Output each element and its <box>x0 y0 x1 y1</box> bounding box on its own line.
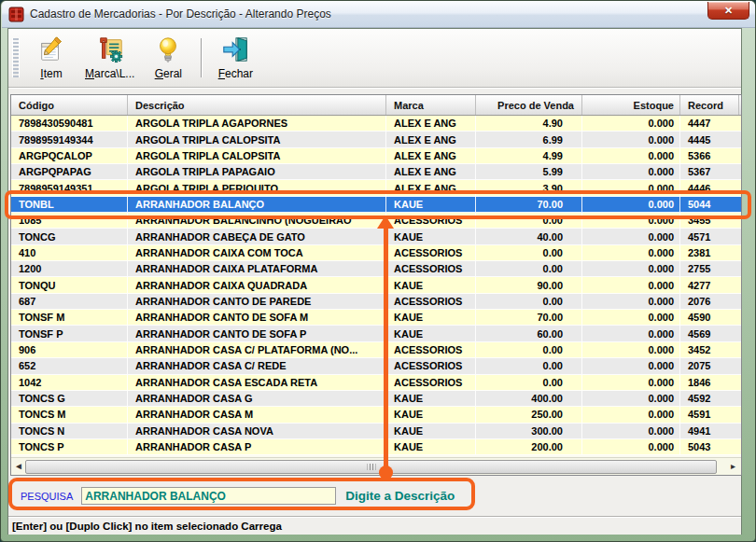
table-row[interactable]: 7898430590481 ARGOLA TRIPLA AGAPORNES AL… <box>11 116 741 132</box>
cell-estoque: 0.000 <box>582 180 680 195</box>
window-title: Cadastro de Mercadorias - Por Descrição … <box>30 7 331 21</box>
search-hint: Digite a Descrição <box>345 489 455 503</box>
cell-preco: 400.00 <box>476 391 582 406</box>
products-grid: Código Descrição Marca Preco de Venda Es… <box>10 94 742 476</box>
table-row[interactable]: 1042 ARRANHADOR CASA ESCADA RETA ACESSOR… <box>11 375 741 391</box>
cell-codigo: TONSF P <box>11 326 128 340</box>
cell-descricao: ARRANHADOR CASA NOVA <box>128 424 386 438</box>
cell-descricao: ARRANHADOR BALANÇO <box>128 197 386 212</box>
cell-record: 2076 <box>680 294 739 309</box>
cell-estoque: 0.000 <box>582 229 680 243</box>
cell-codigo: TONBL <box>11 197 128 212</box>
column-header-marca[interactable]: Marca <box>386 95 476 115</box>
cell-codigo: TONQU <box>11 277 128 292</box>
exit-door-icon <box>221 35 249 66</box>
table-row[interactable]: 7898959149344 ARGOLA TRIPLA CALOPSITA AL… <box>11 132 741 147</box>
cell-record: 4571 <box>680 229 739 243</box>
table-row[interactable]: 1200 ARRANHADOR CAIXA PLATAFORMA ACESSOR… <box>11 261 741 277</box>
toolbar-button-marca[interactable]: Marca\L... <box>79 34 140 82</box>
cell-preco: 200.00 <box>476 439 582 454</box>
column-header-record[interactable]: Record <box>680 95 739 115</box>
table-row[interactable]: TONCS P ARRANHADOR CASA P KAUE 200.00 0.… <box>11 439 741 455</box>
cell-descricao: ARRANHADOR CAIXA COM TOCA <box>128 245 386 260</box>
toolbar-gripper[interactable] <box>12 38 20 77</box>
table-row[interactable]: ARGPQPAPAG ARGOLA TRIPLA PAPAGAIO ALEX E… <box>11 164 741 180</box>
horizontal-scrollbar[interactable]: ◄ ▸ <box>11 457 741 475</box>
cell-record: 4569 <box>680 326 739 340</box>
table-row[interactable]: TONSF P ARRANHADOR CANTO DE SOFA P KAUE … <box>11 326 741 341</box>
column-header-estoque[interactable]: Estoque <box>582 95 680 115</box>
cell-preco: 300.00 <box>476 424 582 438</box>
scrollbar-thumb[interactable] <box>25 460 717 474</box>
table-row[interactable]: TONCS G ARRANHADOR CASA G KAUE 400.00 0.… <box>11 391 741 407</box>
cell-descricao: ARRANHADOR CASA P <box>128 439 386 454</box>
table-row[interactable]: 1085 ARRANHADOR BALANCINHO (NOGUEIRAO AC… <box>11 213 741 229</box>
cell-codigo: 7898959149351 <box>11 180 128 195</box>
titlebar[interactable]: Cadastro de Mercadorias - Por Descrição … <box>2 1 755 28</box>
table-row[interactable]: TONBL ARRANHADOR BALANÇO KAUE 70.00 0.00… <box>11 197 741 213</box>
cell-preco: 0.00 <box>476 375 582 390</box>
toolbar-button-label: Geral <box>155 67 182 80</box>
table-row[interactable]: TONQU ARRANHADOR CAIXA QUADRADA KAUE 90.… <box>11 277 741 293</box>
tools-document-icon <box>96 35 124 66</box>
grid-header: Código Descrição Marca Preco de Venda Es… <box>11 95 741 116</box>
cell-codigo: 906 <box>11 342 128 357</box>
toolbar-button-label: Item <box>40 67 62 80</box>
cell-codigo: TONSF M <box>11 310 128 325</box>
table-row[interactable]: 652 ARRANHADOR CASA C/ REDE ACESSORIOS 0… <box>11 358 741 374</box>
cell-preco: 0.00 <box>476 261 582 276</box>
table-row[interactable]: 7898959149351 ARGOLA TRIPLA PERIQUITO AL… <box>11 180 741 196</box>
cell-descricao: ARGOLA TRIPLA PAPAGAIO <box>128 164 386 179</box>
toolbar-button-label: Marca\L... <box>85 67 134 80</box>
cell-preco: 0.00 <box>476 213 582 228</box>
cell-descricao: ARGOLA TRIPLA AGAPORNES <box>128 116 386 131</box>
cell-estoque: 0.000 <box>582 375 680 390</box>
cell-descricao: ARRANHADOR CANTO DE SOFA M <box>128 310 386 325</box>
cell-estoque: 0.000 <box>582 197 680 212</box>
cell-preco: 4.99 <box>476 148 582 163</box>
cell-marca: ACESSORIOS <box>386 294 476 309</box>
close-button[interactable]: ✕ <box>707 2 749 20</box>
scroll-left-arrow-icon[interactable]: ◄ <box>14 459 23 474</box>
cell-descricao: ARRANHADOR BALANCINHO (NOGUEIRAO <box>128 213 386 228</box>
cell-marca: ACESSORIOS <box>386 245 476 260</box>
cell-record: 4592 <box>680 391 739 406</box>
table-row[interactable]: TONSF M ARRANHADOR CANTO DE SOFA M KAUE … <box>11 310 741 326</box>
toolbar-button-item[interactable]: Item <box>27 34 76 82</box>
cell-estoque: 0.000 <box>582 358 680 373</box>
cell-descricao: ARGOLA TRIPLA PERIQUITO <box>128 180 386 195</box>
column-header-descricao[interactable]: Descrição <box>128 95 386 115</box>
status-text: [Enter] ou [Duplo Click] no item selecio… <box>12 521 282 532</box>
table-row[interactable]: 687 ARRANHADOR CANTO DE PAREDE ACESSORIO… <box>11 294 741 310</box>
search-input[interactable] <box>81 487 336 505</box>
column-header-codigo[interactable]: Código <box>11 95 128 115</box>
table-row[interactable]: ARGPQCALOP ARGOLA TRIPLA CALOPSITA ALEX … <box>11 148 741 164</box>
table-row[interactable]: 906 ARRANHADOR CASA C/ PLATAFORMA (NO...… <box>11 342 741 358</box>
grid-body: 7898430590481 ARGOLA TRIPLA AGAPORNES AL… <box>11 116 741 457</box>
scroll-right-arrow-icon[interactable]: ▸ <box>731 459 735 474</box>
table-row[interactable]: 410 ARRANHADOR CAIXA COM TOCA ACESSORIOS… <box>11 245 741 261</box>
column-header-preco[interactable]: Preco de Venda <box>476 95 582 115</box>
cell-marca: KAUE <box>386 310 476 325</box>
cell-preco: 70.00 <box>476 310 582 325</box>
cell-record: 1846 <box>680 375 739 390</box>
cell-record: 4591 <box>680 407 739 422</box>
toolbar-button-geral[interactable]: Geral <box>144 34 192 82</box>
cell-descricao: ARRANHADOR CASA ESCADA RETA <box>128 375 386 390</box>
cell-record: 5044 <box>680 197 739 212</box>
cell-codigo: 7898959149344 <box>11 132 128 146</box>
table-row[interactable]: TONCS M ARRANHADOR CASA M KAUE 250.00 0.… <box>11 407 741 423</box>
cell-codigo: 1085 <box>11 213 128 228</box>
cell-marca: KAUE <box>386 197 476 212</box>
toolbar-button-fechar[interactable]: Fechar <box>211 34 259 82</box>
table-row[interactable]: TONCS N ARRANHADOR CASA NOVA KAUE 300.00… <box>11 424 741 439</box>
table-row[interactable]: TONCG ARRANHADOR CABEÇA DE GATO KAUE 40.… <box>11 229 741 244</box>
cell-preco: 40.00 <box>476 229 582 243</box>
cell-codigo: TONCS G <box>11 391 128 406</box>
cell-estoque: 0.000 <box>582 294 680 309</box>
cell-marca: ACESSORIOS <box>386 261 476 276</box>
cell-codigo: ARGPQCALOP <box>11 148 128 163</box>
cell-preco: 0.00 <box>476 245 582 260</box>
cell-marca: KAUE <box>386 439 476 454</box>
cell-estoque: 0.000 <box>582 213 680 228</box>
